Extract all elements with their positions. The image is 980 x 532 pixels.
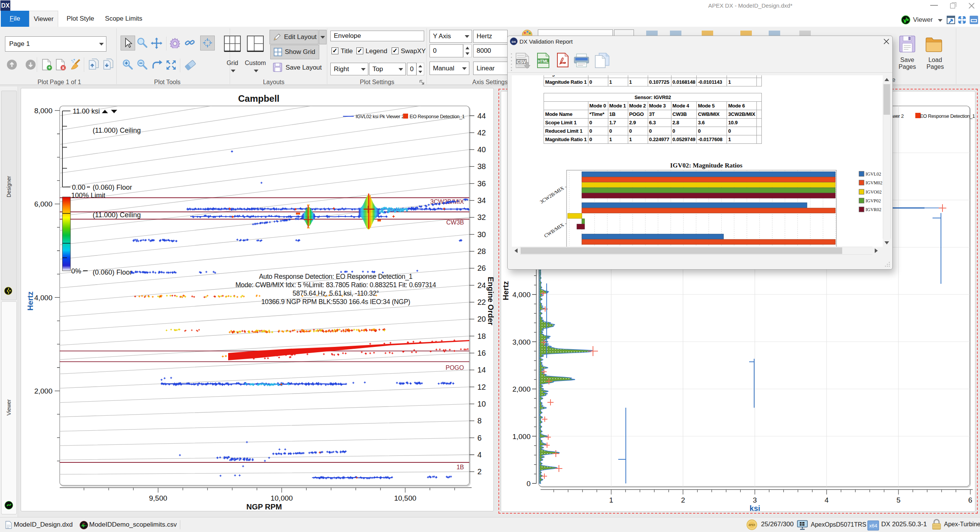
svg-text:Hertz: Hertz <box>26 291 34 311</box>
svg-text:5: 5 <box>897 496 901 504</box>
svg-text:HTML: HTML <box>538 59 549 63</box>
svg-text:34: 34 <box>477 196 486 205</box>
svg-text:(11.000) Ceiling: (11.000) Ceiling <box>93 127 141 134</box>
svg-text:10: 10 <box>477 400 486 408</box>
svg-text:6,000: 6,000 <box>34 200 52 208</box>
svg-text:(11.000) Ceiling: (11.000) Ceiling <box>93 211 141 219</box>
svg-text:18: 18 <box>477 332 486 340</box>
svg-text:5875.64 Hz, 5.61 ksi, -110.32°: 5875.64 Hz, 5.61 ksi, -110.32° <box>292 290 379 297</box>
svg-text:16: 16 <box>477 349 486 357</box>
svg-text:2: 2 <box>477 467 482 476</box>
svg-text:2,000: 2,000 <box>34 387 52 395</box>
svg-text:Engine Order: Engine Order <box>487 277 494 325</box>
svg-text:IGVR02: IGVR02 <box>866 207 881 212</box>
svg-text:Mode: CWB/MIX Idx: 5 %Limit: 8: Mode: CWB/MIX Idx: 5 %Limit: 83.7805 Rat… <box>235 281 436 289</box>
svg-text:9,500: 9,500 <box>149 494 167 502</box>
svg-text:DX: DX <box>511 40 516 44</box>
svg-text:2,000: 2,000 <box>512 385 531 393</box>
svg-text:12: 12 <box>477 383 486 391</box>
svg-text:1B: 1B <box>456 464 464 470</box>
svg-text:(0.060) Floor: (0.060) Floor <box>93 184 132 191</box>
svg-text:0.00: 0.00 <box>72 184 85 191</box>
svg-text:20: 20 <box>477 315 486 323</box>
svg-text:APEX: APEX <box>748 524 755 526</box>
svg-text:6: 6 <box>968 496 972 504</box>
svg-text:POGO: POGO <box>446 364 464 371</box>
svg-text:10,500: 10,500 <box>394 494 416 502</box>
svg-text:10,000: 10,000 <box>271 494 293 502</box>
svg-text:42: 42 <box>477 129 486 137</box>
svg-text:CSV: CSV <box>517 59 526 65</box>
svg-text:8,000: 8,000 <box>34 107 52 115</box>
svg-text:IGV02: Magnitude Ratios: IGV02: Magnitude Ratios <box>670 162 743 169</box>
svg-text:IGVP02: IGVP02 <box>866 198 881 203</box>
svg-text:4,000: 4,000 <box>34 294 52 302</box>
svg-text:30: 30 <box>477 230 486 239</box>
svg-text:CWB/MIX: CWB/MIX <box>543 222 565 239</box>
svg-text:0%: 0% <box>71 267 81 275</box>
svg-text:IGVM02: IGVM02 <box>866 180 882 185</box>
svg-text:IGVO02: IGVO02 <box>866 189 882 195</box>
svg-text:ksi: ksi <box>750 504 760 512</box>
svg-text:Campbell: Campbell <box>238 93 279 104</box>
svg-text:32: 32 <box>477 213 486 221</box>
svg-text:CW3B: CW3B <box>446 219 464 226</box>
svg-text:1,000: 1,000 <box>512 433 531 441</box>
svg-text:3,000: 3,000 <box>512 338 531 346</box>
svg-text:3: 3 <box>753 496 757 504</box>
svg-text:+: + <box>48 65 51 70</box>
svg-text:0: 0 <box>526 480 531 488</box>
svg-text:14: 14 <box>477 366 486 374</box>
svg-text:11.00 ksi: 11.00 ksi <box>73 107 100 115</box>
svg-text:3CW2B/MIX: 3CW2B/MIX <box>539 185 565 205</box>
svg-text:38: 38 <box>477 162 486 171</box>
svg-text:24: 24 <box>477 281 486 290</box>
svg-text:EO Response Detection_1: EO Response Detection_1 <box>920 113 975 119</box>
svg-text:100% Limit: 100% Limit <box>71 192 105 199</box>
svg-text:IGVL02 ksi Pk Viewer 2: IGVL02 ksi Pk Viewer 2 <box>356 114 404 119</box>
svg-text:4: 4 <box>825 496 829 504</box>
svg-text:40: 40 <box>477 145 486 154</box>
svg-text:(0.060) Floor: (0.060) Floor <box>93 268 132 276</box>
svg-text:NGP RPM: NGP RPM <box>247 503 282 511</box>
svg-text:4: 4 <box>477 451 482 459</box>
svg-text:28: 28 <box>477 247 486 255</box>
svg-text:Hertz: Hertz <box>501 281 510 300</box>
svg-text:4,000: 4,000 <box>512 291 531 299</box>
svg-text:1: 1 <box>609 496 613 504</box>
svg-text:x: x <box>62 65 65 70</box>
svg-text:36: 36 <box>477 179 486 188</box>
svg-text:10366.9 NGP RPM BLK:5530 166.4: 10366.9 NGP RPM BLK:5530 166.4s IEO:34 (… <box>261 298 410 306</box>
svg-text:6: 6 <box>477 434 482 442</box>
svg-text:EO Response Detection_1: EO Response Detection_1 <box>410 114 465 119</box>
svg-text:22: 22 <box>477 298 486 306</box>
svg-text:2: 2 <box>681 496 685 504</box>
svg-text:26: 26 <box>477 264 486 272</box>
svg-text:IGVL02: IGVL02 <box>866 171 881 177</box>
svg-text:8: 8 <box>477 416 482 425</box>
svg-text:44: 44 <box>477 112 486 120</box>
svg-text:Auto Response Detection: EO Re: Auto Response Detection: EO Response Det… <box>259 273 413 281</box>
